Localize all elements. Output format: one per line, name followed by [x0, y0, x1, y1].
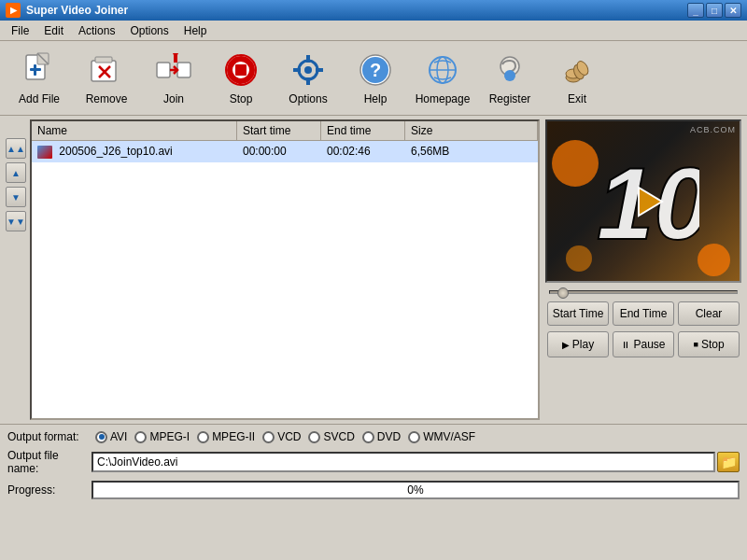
stop-play-label: Stop — [701, 338, 725, 351]
wmv-radio[interactable] — [408, 431, 420, 443]
exit-label: Exit — [568, 92, 586, 105]
remove-button[interactable]: Remove — [75, 46, 138, 111]
slider-area[interactable] — [545, 288, 741, 296]
progress-label: Progress: — [7, 483, 92, 497]
dvd-radio[interactable] — [362, 431, 374, 443]
progress-text: 0% — [407, 483, 423, 497]
table-header: Name Start time End time Size — [32, 121, 538, 141]
svg-rect-3 — [34, 64, 36, 76]
file-name-cell: 200506_J26_top10.avi — [32, 143, 237, 161]
bottom-panel: Output format: AVI MPEG-I MPEG-II VCD SV… — [0, 424, 747, 505]
format-mpeg2[interactable]: MPEG-II — [197, 430, 255, 443]
minimize-button[interactable]: _ — [687, 3, 704, 18]
add-file-icon — [21, 51, 58, 89]
format-wmv[interactable]: WMV/ASF — [408, 430, 475, 443]
options-label: Options — [289, 92, 327, 105]
move-down-button[interactable]: ▼ — [6, 187, 26, 207]
pause-icon: ⏸ — [621, 340, 630, 350]
remove-label: Remove — [86, 92, 128, 105]
left-panel: ▲▲ ▲ ▼ ▼▼ Name Start time End time Size … — [6, 119, 540, 420]
exit-button[interactable]: Exit — [545, 46, 609, 111]
file-table[interactable]: Name Start time End time Size 200506_J26… — [30, 119, 540, 420]
stop-play-button[interactable]: ■ Stop — [678, 331, 740, 357]
options-icon — [289, 51, 327, 89]
preview-area: 10 ACB.COM — [545, 119, 741, 283]
window-controls: _ □ ✕ — [687, 3, 741, 18]
end-time-button[interactable]: End Time — [613, 301, 674, 326]
col-header-end[interactable]: End time — [321, 121, 405, 140]
seek-thumb[interactable] — [557, 287, 569, 299]
format-svcd[interactable]: SVCD — [308, 430, 354, 443]
add-file-label: Add File — [19, 92, 60, 105]
move-bottom-button[interactable]: ▼▼ — [6, 211, 26, 231]
svg-text:?: ? — [370, 60, 381, 80]
menu-edit[interactable]: Edit — [36, 22, 71, 39]
help-label: Help — [364, 92, 388, 105]
menu-options[interactable]: Options — [122, 22, 176, 39]
menu-bar: File Edit Actions Options Help — [0, 21, 747, 41]
homepage-label: Homepage — [416, 92, 471, 105]
right-panel: 10 ACB.COM Start Time End Time Clear ▶ P… — [545, 119, 741, 420]
play-button[interactable]: ▶ Play — [547, 331, 609, 357]
svg-rect-17 — [306, 55, 310, 63]
menu-actions[interactable]: Actions — [71, 22, 122, 39]
add-file-button[interactable]: Add File — [7, 46, 71, 111]
file-size-cell: 6,56MB — [405, 143, 538, 160]
time-buttons: Start Time End Time Clear — [545, 301, 741, 326]
col-header-start[interactable]: Start time — [237, 121, 321, 140]
browse-button[interactable]: 📁 — [717, 452, 740, 472]
seek-slider[interactable] — [549, 290, 738, 294]
app-icon: ▶ — [6, 3, 21, 18]
title-bar: ▶ Super Video Joiner _ □ ✕ — [0, 0, 747, 21]
preview-graphic: 10 ACB.COM — [547, 121, 740, 281]
register-button[interactable]: Register — [478, 46, 542, 111]
svg-point-16 — [304, 66, 312, 74]
filename-input[interactable] — [92, 452, 715, 472]
svg-rect-8 — [157, 63, 170, 77]
clear-button[interactable]: Clear — [678, 301, 740, 326]
move-up-button[interactable]: ▲ — [6, 162, 26, 183]
menu-file[interactable]: File — [4, 22, 36, 39]
format-vcd[interactable]: VCD — [262, 430, 301, 443]
toolbar: Add File Remove Join Stop — [0, 41, 747, 116]
move-top-button[interactable]: ▲▲ — [6, 138, 26, 159]
register-icon — [491, 51, 529, 89]
col-header-name[interactable]: Name — [32, 121, 237, 140]
help-button[interactable]: ? Help — [344, 46, 407, 111]
preview-watermark: ACB.COM — [690, 125, 736, 134]
format-dvd[interactable]: DVD — [362, 430, 401, 443]
vcd-radio[interactable] — [262, 431, 275, 443]
stop-play-icon: ■ — [693, 340, 698, 349]
file-icon — [37, 146, 52, 159]
svg-rect-11 — [174, 55, 177, 63]
table-row[interactable]: 200506_J26_top10.avi 00:00:00 00:02:46 6… — [32, 141, 538, 162]
join-button[interactable]: Join — [142, 46, 205, 111]
col-header-size[interactable]: Size — [405, 121, 538, 140]
remove-icon — [88, 51, 125, 89]
svg-rect-19 — [293, 68, 301, 72]
format-label: Output format: — [7, 430, 92, 443]
format-radio-group: AVI MPEG-I MPEG-II VCD SVCD DVD — [95, 430, 475, 443]
progress-row: Progress: 0% — [7, 481, 740, 499]
close-button[interactable]: ✕ — [725, 3, 741, 18]
svg-rect-5 — [95, 57, 112, 63]
homepage-button[interactable]: Homepage — [411, 46, 474, 111]
svg-rect-20 — [316, 68, 323, 72]
options-button[interactable]: Options — [276, 46, 340, 111]
mpeg1-radio[interactable] — [134, 431, 147, 443]
start-time-button[interactable]: Start Time — [547, 301, 609, 326]
svcd-radio[interactable] — [308, 431, 320, 443]
format-avi[interactable]: AVI — [95, 430, 127, 443]
reorder-buttons: ▲▲ ▲ ▼ ▼▼ — [6, 119, 26, 420]
stop-button[interactable]: Stop — [209, 46, 273, 111]
avi-radio[interactable] — [95, 431, 107, 443]
maximize-button[interactable]: □ — [706, 3, 723, 18]
svg-rect-14 — [235, 64, 247, 76]
format-mpeg1[interactable]: MPEG-I — [134, 430, 190, 443]
exit-icon — [558, 51, 596, 89]
homepage-icon — [424, 51, 461, 89]
pause-button[interactable]: ⏸ Pause — [613, 331, 674, 357]
mpeg2-radio[interactable] — [197, 431, 209, 443]
pause-label: Pause — [633, 338, 665, 351]
menu-help[interactable]: Help — [176, 22, 215, 39]
